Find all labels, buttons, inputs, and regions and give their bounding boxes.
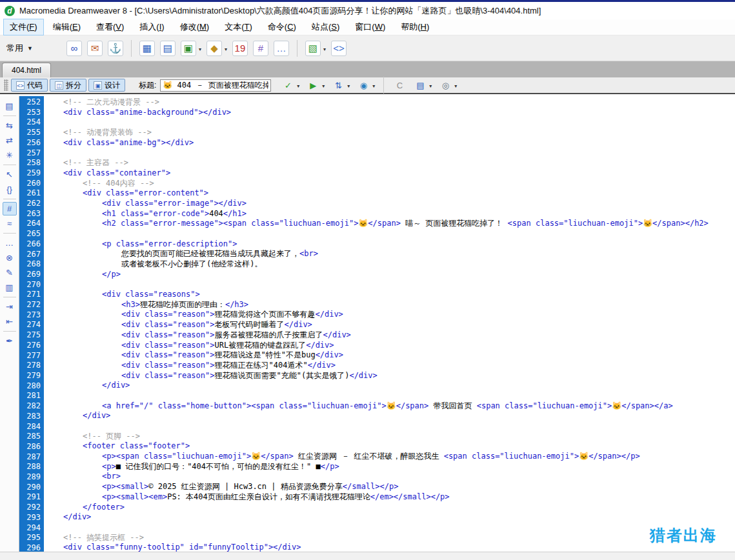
collapse-selection-icon[interactable]: ⇄ xyxy=(3,134,17,147)
insert-table-icon[interactable]: ▦ xyxy=(139,41,155,56)
code-text: 🐱 xyxy=(387,401,396,410)
page-title-input[interactable] xyxy=(160,79,271,92)
named-anchor-icon[interactable]: ⚓ xyxy=(108,41,123,56)
title-bar: d Macromedia Dreamweaver 8 - [C:\Users\A… xyxy=(0,2,735,19)
insert-date-icon[interactable]: 19 xyxy=(232,41,248,56)
chevron-down-icon[interactable]: ▾ xyxy=(225,46,227,52)
line-number: 290 xyxy=(19,483,41,493)
line-number: 258 xyxy=(19,158,41,168)
code-tag: </div> xyxy=(316,310,343,319)
line-number: 260 xyxy=(19,179,41,189)
toolbar-grip[interactable] xyxy=(4,79,8,91)
tab-404-html[interactable]: 404.html xyxy=(2,63,51,77)
menu-item-t[interactable]: 文本(T) xyxy=(219,19,258,35)
refresh-icon[interactable]: C xyxy=(392,79,407,92)
templates-icon[interactable]: ▧▾ xyxy=(305,41,321,56)
separator xyxy=(3,199,16,199)
check-page-icon[interactable]: ✓▾ xyxy=(281,79,295,92)
menu-item-w[interactable]: 窗口(W) xyxy=(349,19,391,35)
code-line xyxy=(44,279,735,290)
line-number: 265 xyxy=(19,229,41,239)
ssi-icon[interactable]: # xyxy=(253,41,268,56)
recent-snippets-icon[interactable]: ▥ xyxy=(3,281,17,294)
chevron-down-icon[interactable]: ▾ xyxy=(297,83,299,89)
line-number: 257 xyxy=(19,148,41,159)
code-view-button-icon: <> xyxy=(16,81,25,90)
design-view-button[interactable]: ▣设计 xyxy=(88,79,125,92)
line-number: 285 xyxy=(19,432,41,442)
preview-browser-icon[interactable]: ◉▾ xyxy=(356,79,370,92)
line-number: 268 xyxy=(19,259,41,270)
chevron-down-icon[interactable]: ▾ xyxy=(347,83,350,89)
code-tag: <h2 class="error-message"><span class="l… xyxy=(102,219,358,228)
chevron-down-icon[interactable]: ▾ xyxy=(372,83,375,89)
title-field-label: 标题: xyxy=(139,80,156,91)
code-editor[interactable]: ▤⇆⇄✳↖{}#≈…⊗✎▥⇥⇤✒ 25225325425525625725825… xyxy=(0,96,735,552)
split-view-button[interactable]: ◫拆分 xyxy=(50,79,86,92)
view-options-icon[interactable]: ▤▾ xyxy=(413,79,427,92)
format-source-code-icon[interactable]: ✒ xyxy=(3,334,17,348)
balance-braces-icon[interactable]: {} xyxy=(3,183,17,196)
code-text: 狸花猫正在练习"404遁术" xyxy=(215,361,308,370)
wrap-tag-icon[interactable]: ✎ xyxy=(3,266,17,279)
code-tag: </h1> xyxy=(223,209,247,218)
hyperlink-icon[interactable]: ∞ xyxy=(66,41,82,56)
code-tag: <div class="reason"> xyxy=(121,341,215,350)
line-numbers-icon[interactable]: # xyxy=(3,202,17,215)
comment-icon[interactable]: … xyxy=(274,41,289,56)
code-tag: </span> xyxy=(261,452,294,461)
menu-item-s[interactable]: 站点(S) xyxy=(306,19,345,35)
code-text: 老板写代码时睡着了 xyxy=(215,320,285,329)
code-line xyxy=(44,148,735,158)
insert-image-icon[interactable]: ▣▾ xyxy=(181,41,196,56)
apply-comment-icon[interactable]: … xyxy=(3,236,17,250)
chevron-down-icon[interactable]: ▾ xyxy=(429,83,432,89)
preview-debug-icon[interactable]: ▶▾ xyxy=(306,79,320,92)
expand-all-icon[interactable]: ✳ xyxy=(3,148,17,162)
code-comment: <!-- 动漫背景装饰 --> xyxy=(63,128,152,137)
code-line: 您要找的页面可能已经被狸花猫当成玩具藏起来了，<br> xyxy=(44,249,735,259)
menu-item-m[interactable]: 修改(M) xyxy=(174,19,216,35)
chevron-down-icon[interactable]: ▾ xyxy=(199,46,201,52)
menu-item-v[interactable]: 查看(V) xyxy=(90,19,130,35)
code-line: </footer> xyxy=(44,503,735,513)
file-management-icon[interactable]: ⇅▾ xyxy=(331,79,345,92)
collapse-full-tag-icon[interactable]: ⇆ xyxy=(3,119,17,132)
chevron-down-icon[interactable]: ▾ xyxy=(323,46,326,52)
code-view-button[interactable]: <>代码 xyxy=(11,79,48,92)
code-tag: <span class="liuchuan-emoji"> xyxy=(444,452,579,461)
highlight-invalid-code-icon[interactable]: ≈ xyxy=(3,217,17,230)
visual-aids-icon[interactable]: ◎▾ xyxy=(438,79,452,92)
menu-item-f[interactable]: 文件(F) xyxy=(4,19,43,35)
code-text: 狸花猫说页面需要"充能"(其实是饿了) xyxy=(215,371,350,380)
insert-media-icon[interactable]: ◆▾ xyxy=(206,41,222,56)
indent-code-icon[interactable]: ⇥ xyxy=(3,300,17,314)
menu-item-i[interactable]: 插入(I) xyxy=(134,19,170,35)
line-number: 259 xyxy=(19,168,41,179)
code-tag: <div class="container"> xyxy=(63,168,170,177)
chevron-down-icon[interactable]: ▾ xyxy=(454,83,457,89)
email-link-icon[interactable]: ✉ xyxy=(87,41,103,56)
line-number: 274 xyxy=(19,320,41,330)
select-parent-tag-icon[interactable]: ↖ xyxy=(3,168,17,181)
menu-item-e[interactable]: 编辑(E) xyxy=(47,19,86,35)
open-documents-icon[interactable]: ▤ xyxy=(3,99,17,113)
outdent-code-icon[interactable]: ⇤ xyxy=(3,315,17,328)
line-number: 275 xyxy=(19,330,41,341)
chevron-down-icon[interactable]: ▾ xyxy=(322,83,325,89)
insert-div-icon[interactable]: ▤ xyxy=(160,41,176,56)
view-button-label: 拆分 xyxy=(66,80,81,91)
remove-comment-icon[interactable]: ⊗ xyxy=(3,251,17,265)
code-line: <p>■ 记住我们的口号："404不可怕，可怕的是没有红尘！" ■</p> xyxy=(44,462,735,472)
menu-item-h[interactable]: 帮助(H) xyxy=(395,19,435,35)
tag-chooser-icon[interactable]: <> xyxy=(331,41,347,56)
code-text: 🐱 xyxy=(579,452,589,461)
code-tag: <div class="error-image"></div> xyxy=(102,199,247,208)
code-line: <!-- 二次元动漫背景 --> xyxy=(44,97,735,108)
code-line: <br> xyxy=(44,472,735,482)
separator xyxy=(3,233,16,234)
code-tag: <h3> xyxy=(121,300,140,309)
toolbar-category-dropdown[interactable]: 常用 ▼ xyxy=(6,43,33,54)
menu-item-c[interactable]: 命令(C) xyxy=(262,19,302,35)
code-area[interactable]: <!-- 二次元动漫背景 --><div class="anime-backgr… xyxy=(44,96,735,552)
